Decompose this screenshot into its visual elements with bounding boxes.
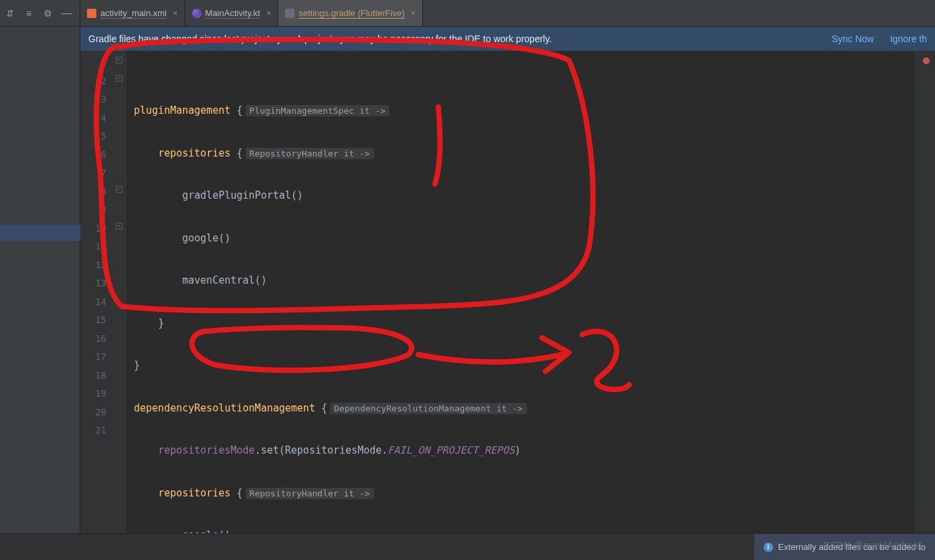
tok: pluginManagement <box>134 104 237 116</box>
tab-label: settings.gradle (FlutterFive) <box>299 8 404 18</box>
tok: mavenCentral() <box>182 274 266 286</box>
tok: FAIL_ON_PROJECT_REPOS <box>388 444 515 456</box>
lineno: 18 <box>80 367 126 385</box>
lineno: 15 <box>80 311 126 330</box>
lineno: 16 <box>80 330 126 349</box>
gear-icon[interactable]: ⚙ <box>41 7 54 19</box>
info-icon: i <box>764 543 773 552</box>
gradle-file-icon <box>285 9 294 18</box>
lineno: 12 <box>80 256 126 275</box>
tok: RepositoriesMode <box>285 444 382 456</box>
tab-label: activity_main.xml <box>100 8 167 18</box>
fold-marker[interactable]: − <box>116 75 122 82</box>
kotlin-file-icon <box>192 9 201 18</box>
tok: repositoriesMode <box>158 444 255 456</box>
editor-toolbar: ⇵ ≡ ⚙ — activity_main.xml × MainActivity… <box>0 0 935 27</box>
caret-line-highlight <box>127 422 914 440</box>
tab-label: MainActivity.kt <box>205 8 260 18</box>
tab-settings-gradle[interactable]: settings.gradle (FlutterFive) × <box>278 0 423 26</box>
error-indicator-icon[interactable] <box>923 58 930 64</box>
fold-marker[interactable]: − <box>116 186 122 193</box>
filter-icon[interactable]: ≡ <box>23 7 35 19</box>
csdn-watermark: CSDN @mawlAndroid <box>823 540 922 551</box>
tok: ) <box>515 444 521 456</box>
error-stripe-gutter[interactable] <box>914 51 935 533</box>
inlay-hint: PluginManagementSpec it -> <box>246 105 390 116</box>
lineno: 13 <box>80 274 126 293</box>
tok: gradlePluginPortal() <box>182 189 303 201</box>
inlay-hint: RepositoryHandler it -> <box>246 148 374 159</box>
close-icon[interactable]: × <box>266 8 272 18</box>
sort-icon[interactable]: ⇵ <box>4 7 16 19</box>
editor-tabs: activity_main.xml × MainActivity.kt × se… <box>80 0 423 26</box>
inlay-hint: RepositoryHandler it -> <box>246 488 374 499</box>
tok: .set( <box>255 444 285 456</box>
tok: } <box>134 359 140 371</box>
tok: { <box>237 104 243 116</box>
tok: { <box>237 147 243 159</box>
fold-marker[interactable]: − <box>116 223 122 229</box>
project-tree-selection <box>0 225 80 241</box>
tok: dependencyResolutionManagement <box>134 402 321 414</box>
code-area[interactable]: pluginManagement {PluginManagementSpec i… <box>127 51 914 533</box>
lineno: 19 <box>80 385 126 403</box>
lineno: 5 <box>80 127 126 146</box>
collapse-icon[interactable]: — <box>60 7 72 19</box>
lineno: 20 <box>80 403 126 422</box>
lineno: 17 <box>80 348 126 367</box>
code-editor[interactable]: 1 2 3 4 5 6 7 8 9 10 11 12 13 14 15 16 1… <box>80 51 935 533</box>
sync-message: Gradle files have changed since last pro… <box>88 33 551 44</box>
tok: { <box>321 402 327 414</box>
line-number-gutter: 1 2 3 4 5 6 7 8 9 10 11 12 13 14 15 16 1… <box>80 51 127 533</box>
fold-marker[interactable]: − <box>116 57 122 64</box>
tok: google() <box>182 232 230 244</box>
tab-activity-main[interactable]: activity_main.xml × <box>80 0 185 26</box>
lineno: 3 <box>80 90 126 109</box>
lineno: 7 <box>80 164 126 183</box>
lineno: 6 <box>80 146 126 165</box>
tok: } <box>158 317 164 329</box>
lineno: 9 <box>80 201 126 219</box>
close-icon[interactable]: × <box>173 8 178 18</box>
tok: . <box>381 444 388 456</box>
lineno: 11 <box>80 238 126 256</box>
inlay-hint: DependencyResolutionManagement it -> <box>330 403 527 414</box>
xml-file-icon <box>87 9 96 18</box>
tok: repositories <box>158 147 236 159</box>
tab-main-activity[interactable]: MainActivity.kt × <box>185 0 279 26</box>
tok: { <box>237 487 243 499</box>
sync-now-link[interactable]: Sync Now <box>832 33 874 44</box>
lineno: 14 <box>80 293 126 312</box>
lineno: 21 <box>80 422 126 440</box>
status-bar: i Externally added files can be added to <box>0 533 935 560</box>
tok: repositories <box>158 487 236 499</box>
close-icon[interactable]: × <box>411 8 416 18</box>
project-tool-strip <box>0 0 80 560</box>
ignore-link[interactable]: Ignore th <box>890 33 927 44</box>
lineno: 4 <box>80 109 126 128</box>
gradle-sync-bar: Gradle files have changed since last pro… <box>80 27 935 51</box>
